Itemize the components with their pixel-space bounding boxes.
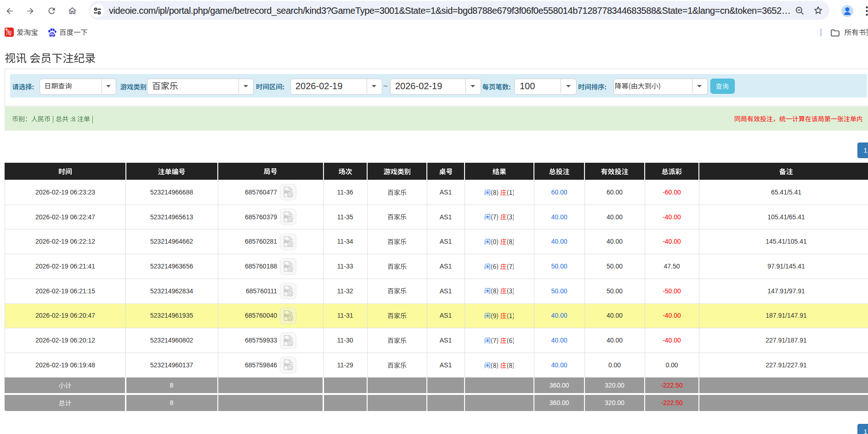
svg-text:du: du <box>50 33 54 36</box>
